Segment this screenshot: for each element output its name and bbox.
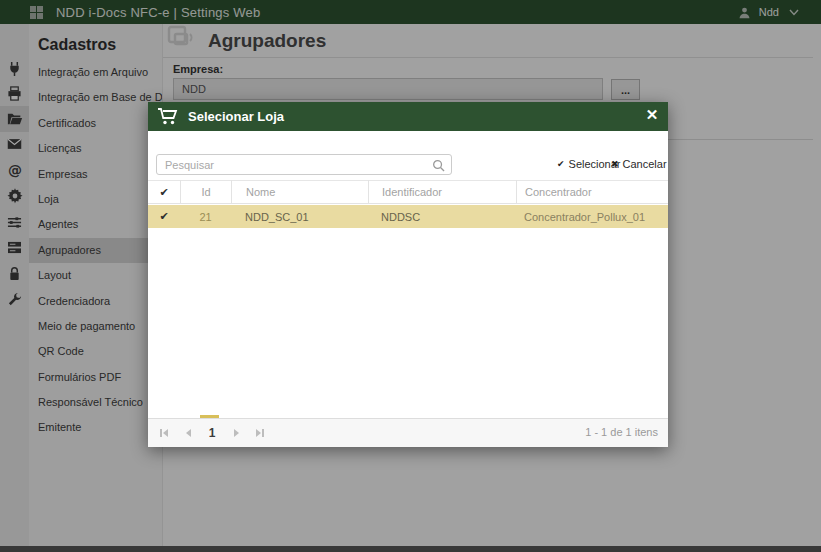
search-input[interactable] <box>156 154 452 175</box>
row-checkbox[interactable]: ✔ <box>159 210 168 222</box>
cell-id: 21 <box>180 211 231 223</box>
cell-concentrador: Concentrador_Pollux_01 <box>516 211 668 223</box>
dialog-header: Selecionar Loja ✕ <box>148 102 668 131</box>
select-all-checkbox[interactable]: ✔ <box>159 186 168 198</box>
current-page-number[interactable]: 1 <box>200 426 224 440</box>
screen: NDD i-Docs NFC-e | Settings Web Ndd @ <box>0 0 821 552</box>
magnifier-icon <box>432 158 445 176</box>
first-page-button[interactable] <box>152 423 176 443</box>
next-page-button[interactable] <box>224 423 248 443</box>
cell-identificador: NDDSC <box>368 211 516 223</box>
cancel-button-label: Cancelar <box>623 158 667 170</box>
column-header-concentrador[interactable]: Concentrador <box>516 180 668 204</box>
last-page-button[interactable] <box>248 423 272 443</box>
x-icon: ✖ <box>611 159 619 169</box>
column-header-nome[interactable]: Nome <box>231 180 368 204</box>
pager-info: 1 - 1 de 1 itens <box>585 426 658 438</box>
check-icon: ✔ <box>557 159 565 169</box>
column-header-identificador[interactable]: Identificador <box>368 180 516 204</box>
cart-icon <box>157 107 179 126</box>
column-header-id[interactable]: Id <box>180 180 231 204</box>
prev-page-button[interactable] <box>176 423 200 443</box>
cancel-button[interactable]: ✖ Cancelar <box>611 158 667 170</box>
close-icon[interactable]: ✕ <box>642 105 662 125</box>
dialog-title: Selecionar Loja <box>188 109 284 124</box>
table-row[interactable]: ✔ 21 NDD_SC_01 NDDSC Concentrador_Pollux… <box>148 205 668 228</box>
selecionar-loja-dialog: Selecionar Loja ✕ ✔ Selecionar ✖ Cancela… <box>148 102 668 447</box>
table-header-row: ✔ Id Nome Identificador Concentrador <box>148 180 668 204</box>
cell-nome: NDD_SC_01 <box>231 211 368 223</box>
